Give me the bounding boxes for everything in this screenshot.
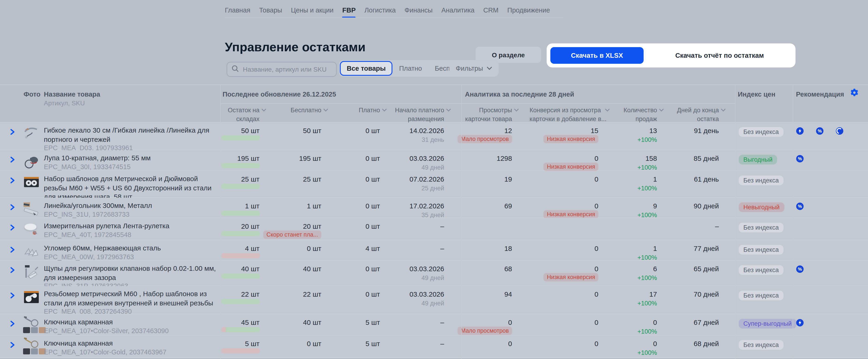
filters-button[interactable]: Фильтры [449, 60, 499, 77]
days-left-value: 77 дней [694, 244, 719, 252]
paid-start-days: 31 день [422, 136, 444, 143]
product-name: Линейка/угольник 300мм, Металл [44, 201, 220, 210]
nav-item-2[interactable]: Цены и акции [291, 6, 334, 14]
paid-start-date: 07.02.2026 [409, 175, 444, 183]
paid-start-date: 03.03.2026 [409, 265, 444, 273]
sales-value: 9 [653, 202, 657, 210]
stock-value: 25 шт [241, 175, 259, 183]
product-name: Угломер 60мм, Нержавеющая сталь [44, 243, 220, 252]
sales-value: 0 [653, 318, 657, 326]
product-name: Ключница карманная [44, 339, 220, 348]
nav-item-0[interactable]: Главная [225, 6, 250, 14]
paid-start-days: 49 дней [422, 164, 444, 171]
price-index-badge: Выгодный [739, 155, 777, 164]
sort-header-sales[interactable]: Количествопродаж [623, 106, 657, 123]
sales-value: 0 [653, 339, 657, 348]
conversion-value: 0 [594, 318, 598, 326]
percent-icon[interactable]: % [796, 202, 804, 210]
nav-item-8[interactable]: Продвижение [507, 6, 550, 14]
percent-icon[interactable]: % [796, 265, 804, 273]
nav-item-6[interactable]: Аналитика [441, 6, 475, 14]
expand-row-chevron-icon[interactable] [10, 267, 15, 275]
paid-start-date: 03.03.2026 [409, 290, 444, 298]
table-row: Щупы для регулировки клапанов набор 0.02… [0, 261, 868, 286]
expand-row-chevron-icon[interactable] [10, 177, 15, 185]
expand-row-chevron-icon[interactable] [10, 320, 15, 329]
lightning-icon[interactable] [796, 319, 804, 327]
sort-header-start[interactable]: Начало платногоразмещения [395, 106, 444, 123]
product-name: Щупы для регулировки клапанов набор 0.02… [44, 264, 220, 282]
svg-text:%: % [818, 128, 822, 133]
nav-item-3[interactable]: FBP [342, 6, 356, 14]
table-row: Гибкое лекало 30 см /Гибкая линейка /Лин… [0, 122, 868, 150]
price-index-badge: Без индекса [739, 223, 783, 232]
sales-delta: +100% [638, 328, 657, 335]
views-value: 18 [504, 244, 512, 252]
sort-header-views[interactable]: Просмотрыкарточки товара [465, 106, 512, 123]
views-value: 0 [508, 318, 512, 326]
filter-chip-0[interactable]: Все товары [340, 61, 393, 76]
expand-row-chevron-icon[interactable] [10, 246, 15, 255]
filter-chip-1[interactable]: Платно [393, 65, 429, 72]
nav-divider [225, 18, 563, 18]
col-recommendation-label: Рекомендация [796, 91, 844, 98]
percent-icon[interactable]: % [816, 127, 824, 135]
lightning-icon[interactable] [796, 127, 804, 135]
sort-header-conversion[interactable]: Конверсия из просмотракарточки в добавле… [530, 106, 613, 123]
conversion-badge: Низкая конверсия [544, 210, 598, 218]
product-sku: EPC_MEA_00W, 1972963763 [44, 253, 220, 260]
table-settings-gear-icon[interactable] [850, 89, 858, 98]
paid-start-days: 35 дней [422, 212, 444, 218]
search-input-wrap[interactable] [227, 62, 337, 77]
days-left-value: 85 дней [694, 154, 719, 162]
nav-item-7[interactable]: CRM [483, 6, 498, 14]
stock-value: 22 шт [241, 290, 259, 298]
views-badge: Мало просмотров [458, 327, 512, 335]
expand-row-chevron-icon[interactable] [10, 224, 15, 232]
dynamics-icon[interactable] [836, 127, 843, 135]
nav-item-1[interactable]: Товары [259, 6, 282, 14]
conversion-value: 0 [594, 154, 598, 162]
product-photo [23, 153, 40, 170]
nav-item-5[interactable]: Финансы [404, 6, 433, 14]
recommendation-icons: % [796, 127, 843, 135]
nav-item-4[interactable]: Логистика [365, 6, 396, 14]
stock-bar [221, 184, 260, 189]
product-name: Гибкое лекало 30 см /Гибкая линейка /Лин… [44, 126, 220, 144]
download-xlsx-button[interactable]: Скачать в XLSX [550, 47, 644, 64]
sales-delta: +100% [638, 274, 657, 281]
page-title: Управление остатками [225, 40, 366, 55]
sales-value: 6 [653, 265, 657, 273]
stock-bar [221, 231, 260, 236]
paid-start-date: 17.02.2026 [409, 202, 444, 210]
sort-header-days[interactable]: Дней до концаостатка [677, 106, 719, 123]
percent-icon[interactable]: % [796, 155, 804, 162]
expand-row-chevron-icon[interactable] [10, 128, 15, 137]
price-index-badge: Без индекса [739, 340, 783, 350]
table-row: Набор шаблонов для Метрической и Дюймово… [0, 171, 868, 198]
search-input[interactable] [242, 65, 332, 73]
sort-header-stock[interactable]: Остаток наскладах [228, 106, 259, 123]
download-buttons-group: Скачать в XLSX Скачать отчёт по остаткам [547, 43, 796, 67]
stock-bar [221, 348, 260, 354]
recommendation-icons: % [796, 155, 804, 162]
expand-row-chevron-icon[interactable] [10, 156, 15, 164]
expand-row-chevron-icon[interactable] [10, 292, 15, 300]
recommendation-icons: % [796, 202, 804, 210]
paid-start-days: 49 дней [422, 274, 444, 281]
download-stock-report-button[interactable]: Скачать отчёт по остаткам [647, 47, 792, 64]
product-photo [23, 221, 40, 238]
views-value: 69 [504, 202, 512, 210]
sort-header-free[interactable]: Бесплатно [291, 106, 321, 115]
sort-header-paid[interactable]: Платно [359, 106, 380, 115]
table-row: Угломер 60мм, Нержавеющая сталь EPC_MEA_… [0, 240, 868, 261]
expand-row-chevron-icon[interactable] [10, 341, 15, 350]
product-photo-thumbnails [23, 348, 46, 354]
product-name: Ключница карманная [44, 318, 220, 326]
product-sku: EPC_INS_31U, 1972683733 [44, 210, 220, 218]
paid-start-date: – [440, 222, 444, 230]
expand-row-chevron-icon[interactable] [10, 204, 15, 212]
sales-delta: +100% [638, 212, 657, 218]
paid-value: 4 шт [366, 244, 380, 252]
paid-start-date: 03.03.2026 [409, 154, 444, 162]
